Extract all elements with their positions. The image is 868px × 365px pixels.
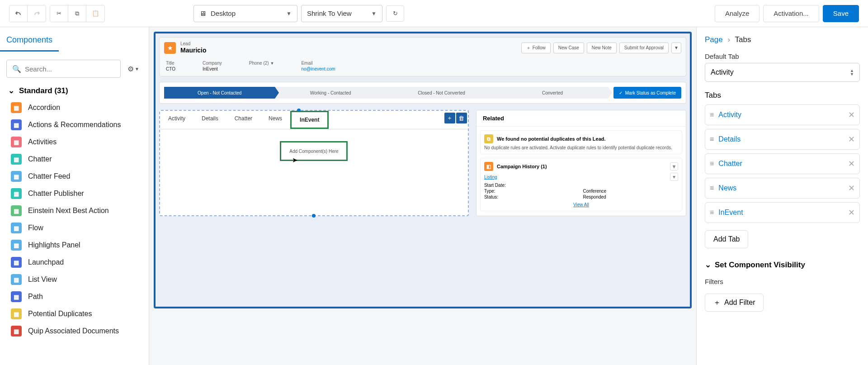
search-input-wrapper: 🔍 [6,60,121,78]
remove-tab-button[interactable]: ✕ [848,159,855,169]
component-label: Chatter Publisher [28,190,84,198]
chevron-down-icon: ▼ [371,10,377,17]
tab-item[interactable]: ≡Activity✕ [705,104,860,125]
add-tab-icon-button[interactable]: ＋ [444,113,455,123]
cut-button[interactable]: ✂ [50,5,68,22]
component-icon: ▦ [11,102,22,113]
plus-icon: ＋ [713,298,721,308]
filters-label: Filters [705,278,860,285]
component-item[interactable]: ▦Highlights Panel [0,237,149,254]
new-case-button[interactable]: New Case [553,43,584,53]
remove-tab-button[interactable]: ✕ [848,208,855,218]
tab-chatter[interactable]: Chatter [226,111,260,129]
remove-tab-button[interactable]: ✕ [848,134,855,144]
component-icon: ▦ [11,188,22,199]
tab-inevent[interactable]: InEvent [290,111,329,129]
drag-handle-icon[interactable]: ≡ [710,111,714,119]
redo-button[interactable] [28,5,46,22]
drag-handle-icon[interactable]: ≡ [710,209,714,217]
component-label: Einstein Next Best Action [28,207,109,215]
remove-tab-button[interactable]: ✕ [848,183,855,193]
undo-button[interactable] [9,5,28,22]
component-item[interactable]: ▦Potential Duplicates [0,305,149,322]
campaign-row-menu[interactable]: ▾ [670,173,678,181]
breadcrumb-page[interactable]: Page [705,35,723,44]
tab-item[interactable]: ≡News✕ [705,178,860,199]
follow-button[interactable]: ＋Follow [521,43,551,53]
component-label: Flow [28,224,43,232]
paste-button[interactable]: 📋 [86,5,104,22]
default-tab-select[interactable]: Activity ▲▼ [705,63,860,82]
components-panel: Components 🔍 ⚙ ▼ ⌄ Standard (31) ▦Accord… [0,27,149,365]
related-component[interactable]: Related ⧉ We found no potential duplicat… [476,110,686,216]
standard-section-toggle[interactable]: ⌄ Standard (31) [0,83,149,99]
new-note-button[interactable]: New Note [587,43,617,53]
add-filter-label: Add Filter [724,299,755,307]
path-stage[interactable]: Closed - Not Converted [386,87,497,99]
component-item[interactable]: ▦Actions & Recommendations [0,116,149,133]
component-item[interactable]: ▦Einstein Next Best Action [0,202,149,219]
component-item[interactable]: ▦Path [0,288,149,305]
tab-item[interactable]: ≡InEvent✕ [705,202,860,223]
tab-details[interactable]: Details [193,111,226,129]
default-tab-value: Activity [711,68,734,76]
component-item[interactable]: ▦Activities [0,133,149,151]
component-item[interactable]: ▦List View [0,271,149,288]
analyze-button[interactable]: Analyze [715,5,760,22]
tab-item[interactable]: ≡Details✕ [705,129,860,150]
component-icon: ▦ [11,308,22,319]
page-canvas[interactable]: ★ Lead Mauricio ＋Follow New Case New Not… [154,32,692,308]
zoom-select[interactable]: Shrink To View ▼ [301,5,382,22]
path-component[interactable]: Open - Not Contacted Working - Contacted… [159,82,686,104]
top-toolbar: ✂ ⧉ 📋 🖥 Desktop ▼ Shrink To View ▼ ↻ Ana… [0,0,868,27]
component-item[interactable]: ▦Launchpad [0,254,149,271]
save-button[interactable]: Save [823,5,859,22]
tab-item[interactable]: ≡Chatter✕ [705,153,860,174]
path-stage[interactable]: Working - Contacted [275,87,386,99]
tabs-component[interactable]: Activity Details Chatter News InEvent ＋ … [159,110,469,216]
tab-activity[interactable]: Activity [160,111,193,129]
component-item[interactable]: ▦Quip Associated Documents [0,322,149,340]
campaign-menu-button[interactable]: ▾ [670,162,678,171]
component-item[interactable]: ▦Chatter [0,151,149,168]
visibility-section-toggle[interactable]: ⌄ Set Component Visibility [705,260,860,270]
component-item[interactable]: ▦Accordion [0,99,149,116]
components-tab[interactable]: Components [0,35,59,52]
remove-tab-button[interactable]: ✕ [848,110,855,120]
path-stage[interactable]: Converted [497,87,608,99]
component-drop-zone[interactable]: Add Component(s) Here [280,141,348,161]
component-label: List View [28,275,57,284]
refresh-button[interactable]: ↻ [386,5,404,22]
tab-news[interactable]: News [260,111,290,129]
add-tab-button[interactable]: Add Tab [705,230,748,248]
component-item[interactable]: ▦Chatter Feed [0,168,149,185]
object-label: Lead [180,41,207,46]
component-icon: ▦ [11,240,22,251]
copy-button[interactable]: ⧉ [68,5,86,22]
add-filter-button[interactable]: ＋ Add Filter [705,294,764,312]
drag-handle-icon[interactable]: ≡ [710,160,714,168]
action-overflow-button[interactable]: ▼ [671,43,681,53]
mark-complete-button[interactable]: ✓Mark Status as Complete [613,87,681,99]
email-link[interactable]: no@inevent.com [301,66,335,71]
breadcrumb-current: Tabs [735,35,751,44]
highlights-panel[interactable]: ★ Lead Mauricio ＋Follow New Case New Not… [159,37,686,76]
delete-tab-icon-button[interactable]: 🗑 [456,113,467,123]
campaign-link[interactable]: Listing [484,175,497,180]
submit-approval-button[interactable]: Submit for Approval [619,43,669,53]
record-name: Lead Mauricio [180,41,207,54]
search-input[interactable] [25,65,115,73]
component-item[interactable]: ▦Flow [0,219,149,237]
chevron-down-icon: ⌄ [705,260,711,270]
drag-handle-icon[interactable]: ≡ [710,135,714,143]
path-stage[interactable]: Open - Not Contacted [164,87,275,99]
history-group [9,5,46,22]
component-item[interactable]: ▦Chatter Publisher [0,185,149,202]
duplicates-title: We found no potential duplicates of this… [497,136,606,142]
view-all-link[interactable]: View All [573,202,589,207]
drag-handle-icon[interactable]: ≡ [710,184,714,192]
settings-button[interactable]: ⚙ ▼ [124,60,142,78]
activation-button[interactable]: Activation... [763,5,819,22]
selection-handle-bottom[interactable] [312,214,316,218]
device-select[interactable]: 🖥 Desktop ▼ [193,5,297,22]
